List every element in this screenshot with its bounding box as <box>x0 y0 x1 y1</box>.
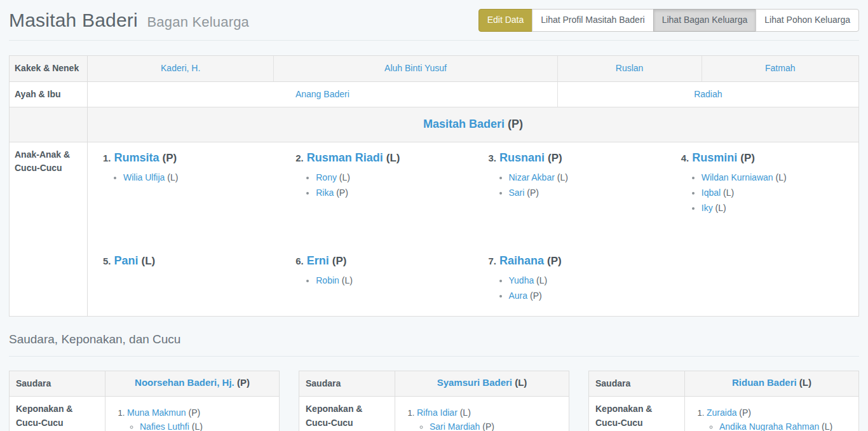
nephew-link[interactable]: Zuraida <box>707 407 736 418</box>
grandchild-item: Wildan Kurniawan (L) <box>702 172 852 182</box>
grandchild-link[interactable]: Yudha <box>509 275 534 285</box>
grandparent-link[interactable]: Fatmah <box>765 63 795 73</box>
view-family-tree-button[interactable]: Lihat Pohon Keluarga <box>756 9 859 32</box>
nephews-cell: Muna Makmun (P)Nafies Luthfi (L) <box>105 397 279 431</box>
grandchild-item: Nizar Akbar (L) <box>509 172 660 182</box>
grandchild-link[interactable]: Iky <box>702 203 713 213</box>
sibling-name-link[interactable]: Noorsehan Baderi, Hj. <box>135 377 234 388</box>
self-cells: Masitah Baderi (P) <box>88 107 858 141</box>
grandchild-link[interactable]: Robin <box>316 275 339 285</box>
grandparent-cell: Ruslan <box>557 56 702 81</box>
sibling-gender-marker: (L) <box>799 377 811 388</box>
grandchildren-list: Yudha (L)Aura (P) <box>489 275 660 301</box>
view-profile-button[interactable]: Lihat Profil Masitah Baderi <box>532 9 653 32</box>
grandchild-link[interactable]: Rika <box>316 188 334 198</box>
child-number: 4. <box>681 153 689 163</box>
nephew-child-link[interactable]: Nafies Luthfi <box>140 421 189 431</box>
child-heading: 7.Raihana (P) <box>489 254 660 268</box>
siblings-section-heading: Saudara, Keponakan, dan Cucu <box>9 332 859 357</box>
nephew-link[interactable]: Muna Makmun <box>127 407 186 418</box>
children-row: Anak-Anak & Cucu-Cucu 1.Rumsita (P)Wilia… <box>10 142 858 316</box>
page-header: Masitah Baderi Bagan Keluarga Edit DataL… <box>9 0 859 41</box>
grandchild-link[interactable]: Nizar Akbar <box>509 172 555 182</box>
grandchildren-list: Rony (L)Rika (P) <box>295 172 466 198</box>
grandparent-cell: Kaderi, H. <box>88 56 273 81</box>
view-family-chart-button[interactable]: Lihat Bagan Keluarga <box>653 9 757 32</box>
sibling-name-link[interactable]: Riduan Baderi <box>732 377 797 388</box>
nephew-gender-marker: (P) <box>739 407 751 418</box>
child-name-link[interactable]: Rumsita <box>114 151 159 164</box>
page-title: Masitah Baderi Bagan Keluarga <box>9 10 249 31</box>
child-item: 2.Rusman Riadi (L)Rony (L)Rika (P) <box>280 142 473 245</box>
child-gender-marker: (P) <box>547 255 562 267</box>
edit-data-button[interactable]: Edit Data <box>478 9 533 32</box>
sibling-name-row: SaudaraNoorsehan Baderi, Hj. (P) <box>10 371 279 397</box>
grandparents-cells: Kaderi, H.Aluh Binti YusufRuslanFatmah <box>88 56 858 81</box>
child-gender-marker: (P) <box>163 152 177 164</box>
grandchild-item: Iky (L) <box>702 203 852 213</box>
child-heading: 1.Rumsita (P) <box>103 151 274 165</box>
grandchild-link[interactable]: Wildan Kurniawan <box>702 172 773 182</box>
child-heading: 4.Rusmini (P) <box>681 151 852 165</box>
nephew-child-link[interactable]: Sari Mardiah <box>430 421 480 431</box>
child-name-link[interactable]: Rusman Riadi <box>307 151 383 164</box>
child-item: 7.Raihana (P)Yudha (L)Aura (P) <box>473 245 666 310</box>
grandparent-link[interactable]: Ruslan <box>616 63 644 73</box>
nephew-child-link[interactable]: Andika Nugraha Rahman <box>719 421 819 431</box>
child-name-link[interactable]: Rusnani <box>499 151 545 164</box>
grandchild-gender-marker: (L) <box>723 188 734 198</box>
nephew-link[interactable]: Rifna Idiar <box>417 407 458 418</box>
self-name-link[interactable]: Masitah Baderi <box>423 118 505 130</box>
nephews-row: Keponakan & Cucu-CucuRifna Idiar (L)Sari… <box>299 397 569 431</box>
grandchild-link[interactable]: Wilia Ulfija <box>123 172 165 182</box>
child-gender-marker: (P) <box>740 152 755 164</box>
nephew-child-item: Nafies Luthfi (L) <box>140 421 273 431</box>
grandchildren-list: Wilia Ulfija (L) <box>103 172 274 182</box>
parent-cell: Radiah <box>557 82 858 107</box>
grandchild-link[interactable]: Aura <box>509 291 528 301</box>
self-row: Masitah Baderi (P) <box>10 107 858 142</box>
nephew-child-item: Sari Mardiah (P) <box>430 421 562 431</box>
grandchild-item: Wilia Ulfija (L) <box>123 172 274 182</box>
grandchildren-list: Nizar Akbar (L)Sari (P) <box>489 172 660 198</box>
parent-link[interactable]: Radiah <box>694 89 722 99</box>
grandchild-item: Robin (L) <box>316 275 466 285</box>
child-name-link[interactable]: Erni <box>307 254 329 267</box>
grandparents-row-label: Kakek & Nenek <box>10 56 88 81</box>
sibling-gender-marker: (L) <box>515 377 527 388</box>
sibling-name-cell: Syamsuri Baderi (L) <box>395 371 569 397</box>
grandchild-link[interactable]: Rony <box>316 172 337 182</box>
page: Masitah Baderi Bagan Keluarga Edit DataL… <box>0 0 868 431</box>
child-name-link[interactable]: Rusmini <box>692 151 737 164</box>
nephews-cell: Zuraida (P)Andika Nugraha Rahman (L) <box>685 397 858 431</box>
child-number: 7. <box>489 256 497 266</box>
child-name-link[interactable]: Pani <box>114 254 139 267</box>
grandchild-gender-marker: (L) <box>167 172 178 182</box>
grandchild-gender-marker: (L) <box>339 172 350 182</box>
children-body: 1.Rumsita (P)Wilia Ulfija (L)2.Rusman Ri… <box>88 142 858 316</box>
grandchild-link[interactable]: Iqbal <box>702 188 721 198</box>
child-name-link[interactable]: Raihana <box>499 254 544 267</box>
child-heading: 3.Rusnani (P) <box>489 151 660 165</box>
grandchild-item: Sari (P) <box>509 188 660 198</box>
self-cell: Masitah Baderi (P) <box>88 107 858 141</box>
sibling-name-link[interactable]: Syamsuri Baderi <box>437 377 512 388</box>
grandparent-link[interactable]: Kaderi, H. <box>161 63 200 73</box>
grandparent-cell: Fatmah <box>702 56 858 81</box>
parent-link[interactable]: Anang Baderi <box>295 89 349 99</box>
sibling-gender-marker: (P) <box>237 377 250 388</box>
grandchild-gender-marker: (P) <box>530 291 542 301</box>
page-subtitle: Bagan Keluarga <box>147 14 249 30</box>
grandchild-link[interactable]: Sari <box>509 188 525 198</box>
header-button-group: Edit DataLihat Profil Masitah BaderiLiha… <box>478 9 859 32</box>
grandchild-gender-marker: (L) <box>342 275 353 285</box>
grandparent-link[interactable]: Aluh Binti Yusuf <box>384 63 447 73</box>
nephew-children-list: Sari Mardiah (P) <box>417 421 562 431</box>
child-item: 6.Erni (P)Robin (L) <box>280 245 473 310</box>
sibling-name-row: SaudaraRiduan Baderi (L) <box>589 371 858 397</box>
nephews-row-label: Keponakan & Cucu-Cucu <box>299 397 395 431</box>
child-item: 4.Rusmini (P)Wildan Kurniawan (L)Iqbal (… <box>666 142 858 245</box>
sibling-card: SaudaraRiduan Baderi (L)Keponakan & Cucu… <box>588 371 859 431</box>
person-name-title: Masitah Baderi <box>9 10 138 31</box>
child-heading: 5.Pani (L) <box>103 254 274 268</box>
